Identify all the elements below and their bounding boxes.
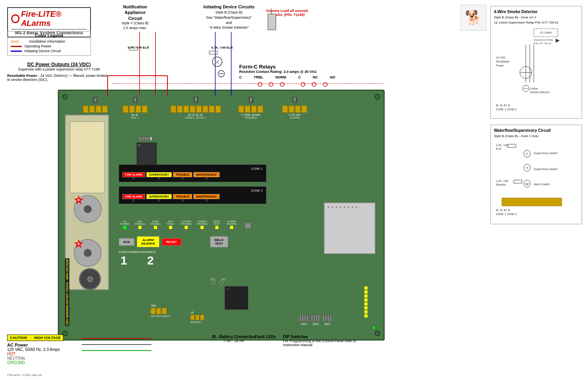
board-led-br xyxy=(372,326,376,329)
tb8-earth xyxy=(162,308,167,314)
zone2-super-btn[interactable]: SUPERVISORY xyxy=(146,194,172,199)
ack-button[interactable]: ACK xyxy=(119,238,134,246)
sw1-s2[interactable] xyxy=(302,315,304,322)
right-panel: 4-Wire Smoke Detector Style B (Class B) … xyxy=(490,6,582,224)
sw3-s2[interactable] xyxy=(325,315,327,322)
sw3-s3[interactable] xyxy=(327,315,329,322)
formc-trbl: TRBL xyxy=(254,75,264,79)
idc-line2: See "Waterflow/Supervisory" xyxy=(203,15,254,20)
sw3-s1[interactable] xyxy=(323,315,324,322)
dip-4[interactable] xyxy=(147,137,149,141)
svg-text:Supervision Relay: Supervision Relay xyxy=(534,39,553,41)
sw1-label: SW1 xyxy=(299,323,309,325)
zone1-maint-btn[interactable]: MAINTENANCE xyxy=(193,172,220,177)
sw3-s4[interactable] xyxy=(330,315,332,322)
status-walk-label: WALK TEST xyxy=(211,220,222,225)
nac-line2: Appliance xyxy=(122,10,149,15)
zone2-maint-col: MAINTENANCE xyxy=(193,194,220,202)
dc-power-section: DC Power Outputs (24 VDC) Supervise with… xyxy=(7,62,111,82)
svg-rect-34 xyxy=(502,198,562,206)
idc-line1: Style B (Class B) xyxy=(203,10,254,15)
dip-1[interactable] xyxy=(139,137,141,141)
formc-norm: NORM xyxy=(275,75,287,79)
fault-led-bar xyxy=(364,286,368,317)
reset-button[interactable]: RESET xyxy=(162,238,181,246)
zone-enable-section: ZONE ENABLE/DISABLE 1 2 xyxy=(119,250,155,267)
zone1-super-btn[interactable]: SUPERVISORY xyxy=(146,172,172,177)
dip-2[interactable] xyxy=(142,137,144,141)
sw2-s1[interactable] xyxy=(311,315,313,322)
sw2-s4[interactable] xyxy=(318,315,320,322)
j8-pin3 xyxy=(200,315,204,320)
status-fault-led xyxy=(169,226,172,229)
status-walk-test: WALK TEST xyxy=(211,220,222,229)
status-nac-label: NAC DISABLE xyxy=(134,220,146,225)
display-area xyxy=(324,202,376,254)
formc-nc: NC xyxy=(313,75,318,79)
tb8-hot xyxy=(151,308,155,314)
zone2-super-col: SUPERVISORY xyxy=(146,194,172,202)
tb8-neut xyxy=(156,308,161,314)
zone1-maint-col: MAINTENANCE xyxy=(193,172,220,180)
dip-5[interactable] xyxy=(150,137,152,141)
sw1-s1[interactable] xyxy=(299,315,301,322)
tb5-sublabel: C NC NO xyxy=(282,114,307,116)
pcb-board: TB1 + - Reset TB2 B+ xyxy=(58,90,385,341)
zone-numbers: 1 2 xyxy=(119,254,155,267)
tb4-sublabel: C TRBL NORM xyxy=(238,114,263,116)
tb3-pin3 xyxy=(183,106,189,113)
sw1-s4[interactable] xyxy=(307,315,309,322)
tb4-label: TB4 xyxy=(249,97,253,103)
sw2-s2[interactable] xyxy=(313,315,315,322)
zone2-indicator: ZONE 2 FIRE ALARM SUPERVISORY TROUBLE xyxy=(119,186,266,204)
status-zone-label: ZONE DISABLE xyxy=(149,220,162,225)
ac-power-title: AC Power xyxy=(7,343,63,347)
status-pwr-trouble: POWER TROUBLE xyxy=(196,220,208,229)
tb4-group: TB4 C TRBL NORM TROUBLE xyxy=(238,97,263,119)
dc-power-note-label: Resettable Power - xyxy=(7,74,39,78)
walk-test-button[interactable]: WALK TEST xyxy=(210,236,228,247)
zone1-fire-btn[interactable]: FIRE ALARM xyxy=(122,172,145,177)
dalmatian-dog-image: 🐕 xyxy=(460,5,486,31)
svg-text:B+ B-  B+ B-: B+ B- B+ B- xyxy=(496,104,511,107)
main-diagram: Fire-LITE® ALarms MS-2 Basic System Conn… xyxy=(0,0,588,380)
sw-indicator xyxy=(245,223,251,229)
nac-line5: 2.5 amps max. xyxy=(122,26,149,31)
smoke-subtitle: Style B (Class B) - Zone 1or 2 xyxy=(494,16,578,19)
dip-3[interactable] xyxy=(144,137,147,141)
tb4-pins xyxy=(238,106,263,113)
svg-point-60 xyxy=(301,82,305,86)
zone2-maint-btn[interactable]: MAINTENANCE xyxy=(193,194,220,199)
svg-text:UL Listed: UL Listed xyxy=(540,31,551,34)
idc-header: Initiating Device Circuits Style B (Clas… xyxy=(203,4,254,30)
ac-lines: HOT NEUTRAL GROUND xyxy=(7,352,63,365)
dummy-load-label: Dummy Load all unused circuits. (P/N: 71… xyxy=(263,9,311,17)
battery-section: J8 - Battery Connection 7 AH - 18 AH xyxy=(211,335,256,343)
fault-led-3 xyxy=(364,294,368,298)
formc-c2: C xyxy=(298,75,301,79)
idc-title: Initiating Device Circuits xyxy=(203,4,254,10)
idc-line4: "4-Wire Smoke Detector" xyxy=(203,25,254,30)
alarm-silence-button[interactable]: ALARM SILENCE xyxy=(137,236,159,247)
zone1-trouble-btn[interactable]: TROUBLE xyxy=(173,172,192,177)
tb1-pins xyxy=(83,106,108,113)
tb3-label: TB3 xyxy=(194,97,198,103)
sw1-s3[interactable] xyxy=(304,315,306,322)
dip-description: For Programming of the Control Panel ref… xyxy=(283,339,363,347)
dip-switches-section: DIP Switches For Programming of the Cont… xyxy=(283,335,363,347)
tb3-group: TB3 B+ B- B+ B- ZONE 1 ZONE 2 xyxy=(171,97,221,119)
dc-power-note: Resettable Power - 24 VDC (500mA) — filt… xyxy=(7,74,111,82)
nac-line4: Style Y (Class B) xyxy=(122,21,149,26)
waterflow-subtitle: Style B (Class B) - Zone 1 Only xyxy=(494,134,578,138)
zone2-trouble-btn[interactable]: TROUBLE xyxy=(173,194,192,199)
caution-row: CAUTION! ⚡ HIGH VOLTAGE xyxy=(7,335,63,341)
status-silence-label: ALARM SILENCE xyxy=(226,220,238,225)
battery-range: 7 AH - 18 AH xyxy=(211,339,256,343)
sw2-s3[interactable] xyxy=(316,315,318,322)
svg-text:Resettable: Resettable xyxy=(496,60,509,63)
sw3-label: SW3 xyxy=(323,323,332,325)
tb5-pins xyxy=(282,106,307,113)
smoke-title: 4-Wire Smoke Detector xyxy=(494,10,578,14)
zone2-fire-btn[interactable]: FIRE ALARM xyxy=(122,194,145,199)
tb2-label: TB2 xyxy=(133,97,138,103)
